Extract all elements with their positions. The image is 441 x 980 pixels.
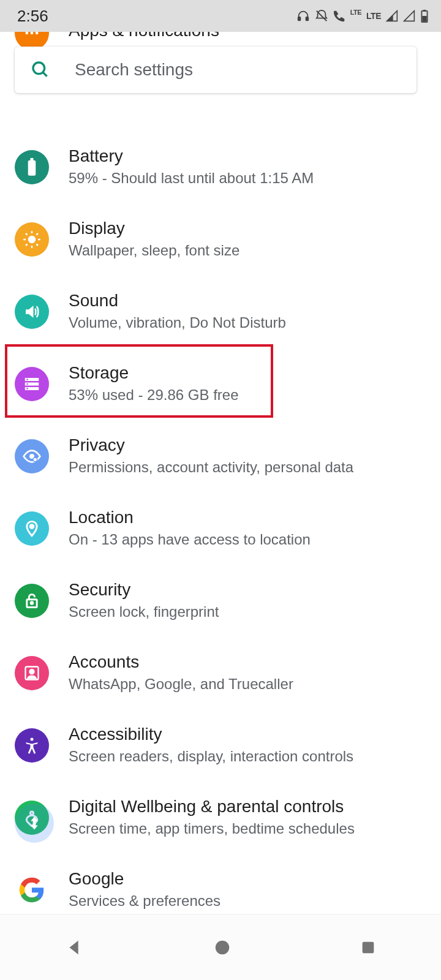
row-text: Storage 53% used - 29.86 GB free <box>69 363 239 405</box>
privacy-icon <box>15 439 49 473</box>
settings-row-digital-wellbeing-parental-controls[interactable]: Digital Wellbeing & parental controls Sc… <box>0 782 441 854</box>
svg-line-23 <box>26 244 28 246</box>
svg-point-35 <box>31 602 33 605</box>
lte-small-label: LTE <box>350 9 361 16</box>
nav-back-icon[interactable] <box>64 937 85 958</box>
row-subtitle: Wallpaper, sleep, font size <box>69 241 239 260</box>
settings-row-accessibility[interactable]: Accessibility Screen readers, display, i… <box>0 709 441 782</box>
row-subtitle: Services & preferences <box>69 891 221 911</box>
svg-rect-1 <box>306 17 308 21</box>
svg-rect-14 <box>28 160 36 176</box>
row-subtitle: Screen lock, fingerprint <box>69 602 219 622</box>
row-title: Accounts <box>69 652 293 672</box>
settings-row-privacy[interactable]: Privacy Permissions, account activity, p… <box>0 420 441 492</box>
svg-point-37 <box>30 669 34 674</box>
settings-row-storage[interactable]: Storage 53% used - 29.86 GB free <box>0 348 441 420</box>
search-bar[interactable] <box>15 47 417 93</box>
signal-2-icon <box>403 10 415 22</box>
row-subtitle: WhatsApp, Google, and Truecaller <box>69 674 293 694</box>
row-subtitle: Screen readers, display, interaction con… <box>69 747 353 766</box>
row-title: Storage <box>69 363 239 383</box>
settings-row-google[interactable]: Google Services & preferences <box>0 854 441 914</box>
svg-point-28 <box>26 379 28 380</box>
row-title: Digital Wellbeing & parental controls <box>69 797 355 816</box>
row-title: Battery <box>69 146 314 166</box>
row-text: Battery 59% - Should last until about 1:… <box>69 146 314 188</box>
settings-row-accounts[interactable]: Accounts WhatsApp, Google, and Truecalle… <box>0 637 441 709</box>
row-text: Display Wallpaper, sleep, font size <box>69 219 239 260</box>
status-icons: LTE LTE <box>296 9 429 23</box>
row-title: Google <box>69 869 221 889</box>
svg-rect-15 <box>31 158 34 161</box>
navigation-bar <box>0 914 441 980</box>
settings-row-sound[interactable]: Sound Volume, vibration, Do Not Disturb <box>0 276 441 348</box>
svg-point-32 <box>33 458 37 462</box>
svg-line-13 <box>43 72 47 77</box>
row-text: Digital Wellbeing & parental controls Sc… <box>69 797 355 839</box>
search-icon <box>31 60 50 80</box>
row-subtitle: 53% used - 29.86 GB free <box>69 385 239 405</box>
row-text: Accounts WhatsApp, Google, and Truecalle… <box>69 652 293 694</box>
settings-row-security[interactable]: Security Screen lock, fingerprint <box>0 565 441 637</box>
accessibility-icon <box>15 728 49 763</box>
lte-label: LTE <box>366 11 381 21</box>
svg-rect-5 <box>422 16 426 21</box>
nav-recent-icon[interactable] <box>360 939 377 956</box>
settings-row-display[interactable]: Display Wallpaper, sleep, font size <box>0 203 441 276</box>
svg-rect-0 <box>298 17 300 21</box>
svg-point-29 <box>26 383 28 385</box>
svg-point-11 <box>36 32 39 34</box>
battery-status-icon <box>420 9 429 23</box>
svg-point-40 <box>216 940 230 954</box>
row-title: Display <box>69 219 239 238</box>
svg-point-9 <box>26 32 29 34</box>
brightness-icon <box>15 222 49 257</box>
status-bar: 2:56 LTE LTE <box>0 0 441 32</box>
svg-point-38 <box>31 738 34 741</box>
nav-home-icon[interactable] <box>213 938 232 957</box>
fab-ghost <box>15 804 54 843</box>
row-subtitle: Screen time, app timers, bedtime schedul… <box>69 819 355 839</box>
svg-point-12 <box>33 62 45 74</box>
settings-content[interactable]: Apps & notifications Battery 59% - Shoul… <box>0 32 441 914</box>
row-subtitle: On - 13 apps have access to location <box>69 530 311 549</box>
security-icon <box>15 584 49 618</box>
row-subtitle: Permissions, account activity, personal … <box>69 458 353 477</box>
row-text: Privacy Permissions, account activity, p… <box>69 435 353 477</box>
row-title: Security <box>69 580 219 600</box>
svg-point-10 <box>31 32 34 34</box>
svg-line-24 <box>37 233 39 235</box>
sound-icon <box>15 295 49 329</box>
dnd-off-icon <box>315 9 328 23</box>
svg-line-21 <box>26 233 28 235</box>
row-text: Accessibility Screen readers, display, i… <box>69 725 353 766</box>
settings-row-location[interactable]: Location On - 13 apps have access to loc… <box>0 492 441 565</box>
status-time: 2:56 <box>17 7 48 26</box>
svg-line-22 <box>37 244 39 246</box>
svg-rect-41 <box>363 941 374 953</box>
row-subtitle: Volume, vibration, Do Not Disturb <box>69 313 286 333</box>
row-title: Sound <box>69 291 286 311</box>
row-text: Sound Volume, vibration, Do Not Disturb <box>69 291 286 333</box>
settings-row-battery[interactable]: Battery 59% - Should last until about 1:… <box>0 131 441 203</box>
row-text: Location On - 13 apps have access to loc… <box>69 508 311 549</box>
row-subtitle: 59% - Should last until about 1:15 AM <box>69 168 314 188</box>
storage-icon <box>15 367 49 401</box>
accounts-icon <box>15 656 49 690</box>
search-input[interactable] <box>75 60 401 80</box>
row-title: Privacy <box>69 435 353 455</box>
row-title: Apps & notifications <box>69 32 219 40</box>
svg-point-30 <box>26 388 28 390</box>
row-text: Google Services & preferences <box>69 869 221 911</box>
signal-1-icon <box>386 10 398 22</box>
headset-icon <box>296 9 310 23</box>
row-text: Security Screen lock, fingerprint <box>69 580 219 622</box>
row-title: Accessibility <box>69 725 353 744</box>
settings-list[interactable]: Battery 59% - Should last until about 1:… <box>0 51 441 914</box>
location-icon <box>15 511 49 546</box>
svg-point-16 <box>28 236 36 244</box>
row-title: Location <box>69 508 311 527</box>
google-icon <box>15 873 49 907</box>
volte-call-icon <box>333 10 345 22</box>
svg-rect-4 <box>423 10 426 12</box>
